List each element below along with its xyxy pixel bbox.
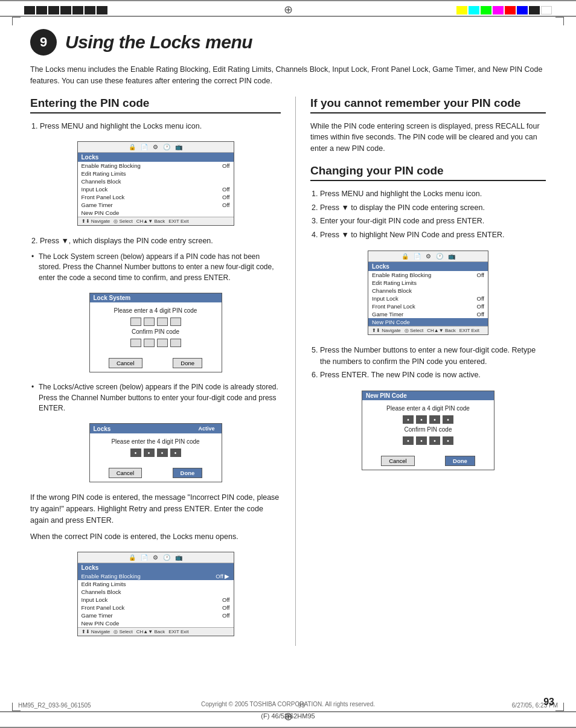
cancel-button[interactable]: Cancel <box>109 358 142 368</box>
list-item: Press MENU and highlight the Locks menu … <box>40 121 281 132</box>
tv-icon: 📄 <box>141 554 148 561</box>
new-pin-boxes-enter <box>370 415 487 424</box>
locks-active-dialog: Locks Active Please enter the 4 digit PI… <box>89 423 222 482</box>
tv-icon-settings: ⚙ <box>153 144 158 150</box>
pin-dot <box>144 449 155 457</box>
copyright-text: Copyright © 2005 TOSHIBA CORPORATION. Al… <box>201 701 375 707</box>
tv-menu-item: Channels Block <box>368 287 488 295</box>
pin-dot <box>403 415 414 424</box>
correct-pin-text: When the correct PIN code is entered, th… <box>30 531 281 543</box>
new-pin-dialog: New PIN Code Please enter a 4 digit PIN … <box>362 391 494 470</box>
tv-screen-4: 🔒 📄 ⚙ 🕐 📺 Locks Enable Rating BlockingOf… <box>368 251 488 335</box>
chapter-number: 9 <box>30 29 57 56</box>
tv-menu-header-1: Locks <box>78 153 234 162</box>
pin-dot <box>429 415 440 424</box>
dialog-prompt-active: Please enter the 4 digit PIN code <box>97 438 214 445</box>
pin-dot <box>443 436 453 445</box>
tv-screen-wrapper-1: 🔒 📄 ⚙ 🕐 📺 Locks Enable Rating BlockingOf… <box>30 136 281 231</box>
pin-box <box>170 339 181 347</box>
entering-steps-list: Press MENU and highlight the Locks menu … <box>30 121 281 132</box>
tv-icon-bar-1: 🔒 📄 ⚙ 🕐 📺 <box>78 142 234 153</box>
changing-steps-list: Press MENU and highlight the Locks menu … <box>310 188 546 241</box>
done-button[interactable]: Done <box>173 358 202 368</box>
tv-menu-item: Channels Block <box>78 177 234 185</box>
changing-steps-5-6: Press the Number buttons to enter a new … <box>310 345 546 381</box>
done-button-active[interactable]: Done <box>173 468 203 478</box>
bullet-active-screen: The Locks/Active screen (below) appears … <box>30 382 281 413</box>
tv-icon-doc: 📄 <box>141 144 148 150</box>
pin-dot <box>416 436 427 445</box>
new-pin-prompt: Please enter a 4 digit PIN code <box>370 405 487 412</box>
page-number: 93 <box>543 697 554 707</box>
section-heading-remember: If you cannot remember your PIN code <box>310 97 546 113</box>
tv-menu-item: Front Panel LockOff <box>368 302 488 310</box>
new-pin-dialog-buttons: Cancel Done <box>362 452 494 470</box>
pin-boxes-enter <box>97 318 214 326</box>
pin-box <box>144 339 155 347</box>
pin-box <box>170 318 181 326</box>
tv-menu-item: Input LockOff <box>78 596 234 604</box>
tv-icon: 📺 <box>175 554 182 561</box>
tv-menu-item: Edit Rating Limits <box>368 279 488 287</box>
pin-dots-active <box>97 449 214 457</box>
tv-icon: 🕐 <box>436 253 443 260</box>
bullet-lock-system: The Lock System screen (below) appears i… <box>30 252 281 283</box>
pin-dot <box>170 449 181 457</box>
tv-icon-tv: 📺 <box>175 144 182 150</box>
tv-icon: 🕐 <box>163 554 170 561</box>
tv-icon: 📄 <box>414 253 421 260</box>
tv-menu-item: Game TimerOff <box>78 201 234 209</box>
pin-box <box>157 318 168 326</box>
done-button-new-pin[interactable]: Done <box>445 456 475 466</box>
tv-menu-item: Front Panel LockOff <box>78 604 234 611</box>
tv-icon-clock: 🕐 <box>163 144 170 150</box>
tv-icon: 📺 <box>448 253 455 260</box>
dialog-wrapper-active: Locks Active Please enter the 4 digit PI… <box>30 418 281 487</box>
page-content: 9 Using the Locks menu The Locks menu in… <box>18 18 558 710</box>
list-item: Enter your four-digit PIN code and press… <box>320 216 546 227</box>
dialog-confirm-text: Confirm PIN code <box>97 328 214 335</box>
tv-screen-3: 🔒 📄 ⚙ 🕐 📺 Locks Enable Rating BlockingOf… <box>77 552 234 636</box>
dialog-buttons-lock: Cancel Done <box>90 354 222 372</box>
cancel-button-active[interactable]: Cancel <box>109 468 142 478</box>
section-heading-changing: Changing your PIN code <box>310 164 546 181</box>
page-border-top: ⊕ <box>0 0 576 17</box>
pin-dot <box>403 436 414 445</box>
tv-screen-1: 🔒 📄 ⚙ 🕐 📺 Locks Enable Rating BlockingOf… <box>77 141 234 226</box>
left-column: Entering the PIN code Press MENU and hig… <box>30 97 296 647</box>
list-item-6: Press ENTER. The new PIN code is now act… <box>320 369 546 381</box>
pin-dot <box>416 415 427 424</box>
tv-menu-item: Enable Rating BlockingOff <box>78 162 234 170</box>
tv-nav-bar-1: ⬆⬇ Navigate◎ SelectCH▲▼ BackEXIT Exit <box>78 217 234 225</box>
pin-box <box>157 339 168 347</box>
tv-icon: ⚙ <box>153 554 158 561</box>
pin-dot <box>157 449 168 457</box>
cancel-button-new-pin[interactable]: Cancel <box>381 456 415 466</box>
entering-step2-list: Press ▼, which displays the PIN code ent… <box>30 235 281 247</box>
pin-box <box>130 318 141 326</box>
tv-icon-bar-4: 🔒 📄 ⚙ 🕐 📺 <box>368 251 488 262</box>
two-column-layout: Entering the PIN code Press MENU and hig… <box>30 97 546 647</box>
tv-icon: ⚙ <box>426 253 431 260</box>
intro-text: The Locks menu includes the Enable Ratin… <box>30 64 546 87</box>
tv-menu-header-4: Locks <box>368 262 488 271</box>
tv-menu-item: New PIN Code <box>78 209 234 217</box>
tv-menu-item: Front Panel LockOff <box>78 193 234 201</box>
tv-nav-bar-4: ⬆⬇ Navigate◎ SelectCH▲▼ BackEXIT Exit <box>368 326 488 334</box>
tv-icon-bar-3: 🔒 📄 ⚙ 🕐 📺 <box>78 552 234 563</box>
pin-dot <box>429 436 440 445</box>
new-pin-boxes-confirm <box>370 436 487 445</box>
list-item-5: Press the Number buttons to enter a new … <box>320 345 546 368</box>
chapter-title: Using the Locks menu <box>65 32 252 53</box>
tv-menu-item: New PIN Code <box>78 619 234 627</box>
pin-dot <box>130 449 141 457</box>
tv-nav-bar-3: ⬆⬇ Navigate◎ SelectCH▲▼ BackEXIT Exit <box>78 627 234 636</box>
lock-system-dialog: Lock System Please enter a 4 digit PIN c… <box>89 293 222 372</box>
locks-active-header: Locks Active <box>90 424 222 433</box>
tv-icon: 🔒 <box>129 554 136 561</box>
active-badge: Active <box>195 425 217 432</box>
tv-menu-item: Game TimerOff <box>368 310 488 318</box>
pin-dot <box>443 415 453 424</box>
chapter-heading: 9 Using the Locks menu <box>30 29 546 56</box>
tv-menu-item: Input LockOff <box>368 295 488 302</box>
